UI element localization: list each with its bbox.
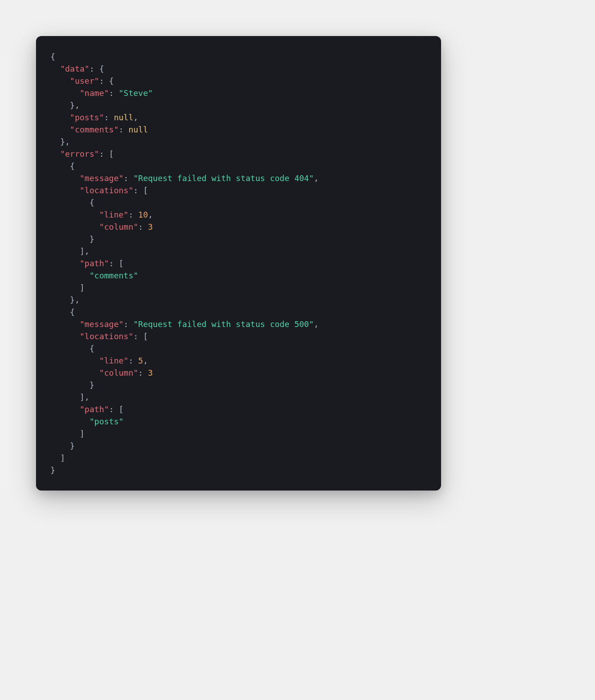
json-code[interactable]: { "data": { "user": { "name": "Steve" },… (50, 50, 427, 476)
code-block: { "data": { "user": { "name": "Steve" },… (36, 36, 441, 491)
